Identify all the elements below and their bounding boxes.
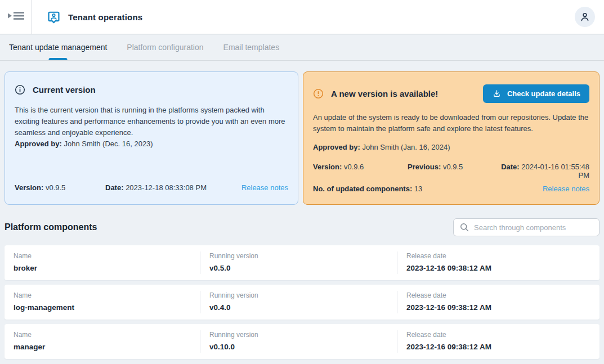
user-account-button[interactable] [575, 7, 595, 27]
name-cell: Name broker [5, 245, 200, 280]
version-cards: Current version This is the current vers… [5, 71, 599, 205]
running-version-cell: Running version v0.5.0 [200, 245, 397, 280]
running-version-cell: Running version v0.10.0 [200, 324, 397, 359]
name-cell: Name manager [5, 324, 200, 359]
new-version-title: A new version is available! [331, 89, 438, 98]
current-version-card: Current version This is the current vers… [5, 71, 298, 205]
warning-circle-icon [313, 88, 324, 99]
tab-email-templates[interactable]: Email templates [222, 34, 281, 60]
updated-components-count: No. of updated components: 13 [313, 185, 422, 193]
current-version-value: Version: v0.9.5 [15, 183, 105, 192]
table-row-log-management: Name log-management Running version v0.4… [5, 285, 599, 320]
new-version-description: An update of the system is ready to be d… [313, 112, 589, 134]
current-release-notes-link[interactable]: Release notes [241, 183, 288, 192]
section-title: Platform components [5, 222, 97, 232]
release-date-cell: Release date 2023-12-16 09:38:12 AM [397, 245, 599, 280]
current-version-title: Current version [33, 85, 96, 95]
component-name: broker [14, 264, 200, 272]
current-version-description: This is the current version that is runn… [15, 105, 288, 138]
indent-menu-icon [7, 10, 25, 24]
app-header: Tenant operations [0, 0, 604, 34]
component-release-date: 2023-12-16 09:38:12 AM [406, 264, 599, 272]
name-column-label: Name [14, 291, 200, 299]
update-version-value: Version: v0.9.6 [313, 163, 408, 179]
check-update-details-button[interactable]: Check update details [483, 84, 589, 103]
table-row-manager: Name manager Running version v0.10.0 Rel… [5, 324, 599, 359]
update-previous-value: Previous: v0.9.5 [408, 163, 494, 179]
update-approved-by: Approved by: John Smith (Jan. 16, 2024) [313, 142, 589, 153]
current-date-value: Date: 2023-12-18 08:33:08 PM [105, 183, 241, 192]
name-cell: Name log-management [5, 285, 200, 320]
running-version-column-label: Running version [209, 331, 397, 339]
component-release-date: 2023-12-16 09:38:12 AM [406, 303, 599, 312]
current-approved-by: Approved by: John Smith (Dec. 16, 2023) [15, 138, 288, 150]
components-search-box [453, 218, 599, 236]
new-version-card: A new version is available! Check update… [303, 71, 599, 205]
release-date-column-label: Release date [406, 331, 599, 339]
app-title-group: Tenant operations [47, 10, 142, 24]
running-version-column-label: Running version [209, 291, 397, 299]
component-version: v0.5.0 [209, 264, 397, 272]
page: Tenant operations Tenant update manageme… [0, 0, 604, 364]
components-list: Name broker Running version v0.5.0 Relea… [5, 245, 599, 363]
info-circle-icon [15, 84, 25, 95]
person-icon [579, 11, 591, 23]
component-release-date: 2023-12-16 09:38:12 AM [406, 343, 599, 351]
component-name: log-management [14, 303, 200, 312]
release-date-cell: Release date 2023-12-16 09:38:12 AM [397, 324, 599, 359]
search-input[interactable] [474, 223, 593, 232]
table-row-broker: Name broker Running version v0.5.0 Relea… [5, 245, 599, 280]
page-title: Tenant operations [68, 12, 142, 22]
person-badge-icon [47, 10, 61, 24]
release-date-column-label: Release date [406, 291, 599, 299]
update-date-value: Date: 2024-01-16 01:55:48 PM [494, 163, 589, 179]
running-version-column-label: Running version [209, 252, 397, 260]
release-date-cell: Release date 2023-12-16 09:38:12 AM [397, 285, 599, 320]
running-version-cell: Running version v0.4.0 [200, 285, 397, 320]
platform-components-header: Platform components [5, 218, 599, 236]
update-release-notes-link[interactable]: Release notes [543, 185, 589, 193]
name-column-label: Name [14, 252, 200, 260]
component-version: v0.10.0 [209, 343, 397, 351]
component-name: manager [14, 343, 200, 351]
tab-tenant-update-management[interactable]: Tenant update management [8, 34, 108, 60]
tab-platform-configuration[interactable]: Platform configuration [126, 34, 204, 60]
release-date-column-label: Release date [406, 252, 599, 260]
search-icon [459, 222, 469, 232]
component-version: v0.4.0 [209, 303, 397, 312]
name-column-label: Name [14, 331, 200, 339]
sidebar-toggle-button[interactable] [0, 0, 32, 34]
tab-bar: Tenant update management Platform config… [0, 34, 604, 61]
download-icon [492, 89, 502, 98]
